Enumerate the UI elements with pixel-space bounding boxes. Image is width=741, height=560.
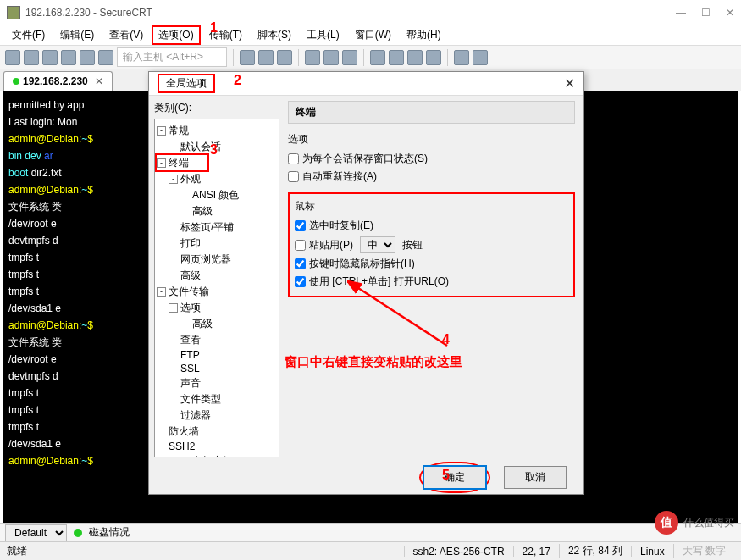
toolbar-icon[interactable]: [61, 50, 76, 65]
tree-item[interactable]: 声音: [157, 375, 277, 391]
tree-item[interactable]: -文件传输: [157, 284, 277, 300]
tree-toggle-icon[interactable]: -: [157, 158, 166, 168]
tree-item[interactable]: -常规: [157, 123, 277, 139]
status-ready: 就绪: [7, 544, 27, 558]
checkbox[interactable]: [295, 220, 306, 231]
global-options-dialog: 全局选项 ✕ 类别(C): -常规默认会话-终端-外观ANSI 颜色高级标签页/…: [148, 71, 584, 495]
menu-item[interactable]: 选项(O): [152, 25, 200, 45]
toolbar-icon[interactable]: [240, 50, 255, 65]
tree-item[interactable]: 网页浏览器: [157, 252, 277, 268]
close-button[interactable]: ✕: [726, 7, 734, 19]
menu-item[interactable]: 工具(L): [300, 25, 346, 45]
statusbar: 就绪 ssh2: AES-256-CTR 22, 17 22 行, 84 列 L…: [0, 541, 741, 560]
tree-item[interactable]: SSH2: [157, 440, 277, 453]
toolbar-icon[interactable]: [426, 50, 441, 65]
category-tree[interactable]: -常规默认会话-终端-外观ANSI 颜色高级标签页/平铺打印网页浏览器高级-文件…: [154, 119, 279, 457]
toolbar-icon[interactable]: [473, 50, 488, 65]
menu-item[interactable]: 帮助(H): [400, 25, 448, 45]
checkbox-row[interactable]: 按键时隐藏鼠标指针(H): [295, 255, 568, 273]
toolbar-icon[interactable]: [305, 50, 320, 65]
disk-status-label[interactable]: 磁盘情况: [89, 525, 130, 540]
tree-toggle-icon[interactable]: -: [157, 126, 166, 136]
tree-item[interactable]: SSL: [157, 362, 277, 375]
menu-item[interactable]: 文件(F): [5, 25, 52, 45]
maximize-button[interactable]: ☐: [701, 7, 711, 19]
tree-item[interactable]: 过滤器: [157, 408, 277, 424]
watermark-logo-icon: 值: [655, 511, 678, 535]
tree-toggle-icon[interactable]: -: [169, 175, 178, 184]
tree-label: FTP: [180, 349, 200, 361]
menu-item[interactable]: 脚本(S): [251, 25, 298, 45]
tree-item[interactable]: 高级: [157, 203, 277, 219]
tree-label: 外观: [180, 172, 201, 186]
checkbox-row[interactable]: 粘贴用(P)中按钮: [295, 235, 568, 255]
toolbar-icon[interactable]: [42, 50, 58, 65]
menu-item[interactable]: 传输(T): [202, 25, 249, 45]
tree-item[interactable]: 标签页/平铺: [157, 219, 277, 236]
checkbox[interactable]: [295, 258, 306, 269]
ok-button[interactable]: 确定: [423, 465, 487, 490]
menu-item[interactable]: 窗口(W): [348, 25, 398, 45]
app-icon: [7, 6, 20, 19]
toolbar-icon[interactable]: [5, 50, 20, 65]
tree-label: ANSI 颜色: [192, 188, 239, 202]
mouse-group: 鼠标选中时复制(E)粘贴用(P)中按钮按键时隐藏鼠标指针(H)使用 [CTRL+…: [288, 192, 575, 297]
checkbox-label: 粘贴用(P): [309, 238, 353, 252]
profile-select[interactable]: Default: [5, 524, 67, 541]
tree-label: 网页浏览器: [180, 252, 231, 267]
status-dot-icon: [13, 78, 19, 85]
cancel-button[interactable]: 取消: [504, 466, 567, 489]
checkbox[interactable]: [288, 171, 299, 182]
toolbar-icon[interactable]: [80, 50, 95, 65]
menu-item[interactable]: 查看(V): [102, 25, 150, 45]
checkbox-row[interactable]: 使用 [CTRL+单击] 打开URL(O): [295, 273, 568, 291]
toolbar-icon[interactable]: [277, 50, 292, 65]
tree-item[interactable]: 文件类型: [157, 391, 277, 408]
tree-label: 标签页/平铺: [180, 220, 234, 235]
checkbox[interactable]: [295, 276, 306, 287]
tree-item[interactable]: 防火墙: [157, 424, 277, 440]
checkbox-row[interactable]: 自动重新连接(A): [288, 168, 575, 186]
toolbar-icon[interactable]: [407, 50, 423, 65]
tree-label: SSH2: [169, 441, 195, 452]
checkbox-row[interactable]: 选中时复制(E): [295, 217, 568, 235]
tree-label: 高级: [180, 269, 201, 283]
tree-item[interactable]: FTP: [157, 348, 277, 362]
tree-item[interactable]: -选项: [157, 300, 277, 316]
tree-item[interactable]: -外观: [157, 171, 277, 187]
tree-toggle-icon[interactable]: -: [169, 303, 178, 313]
tree-item[interactable]: 查看: [157, 332, 277, 348]
checkbox[interactable]: [288, 153, 299, 164]
status-ssh: ssh2: AES-256-CTR: [404, 546, 513, 557]
toolbar-icon[interactable]: [342, 50, 357, 65]
checkbox[interactable]: [295, 240, 306, 251]
toolbar-icon[interactable]: [323, 50, 339, 65]
dialog-close-button[interactable]: ✕: [564, 75, 575, 91]
toolbar-icon[interactable]: [98, 50, 113, 65]
options-group: 选项为每个会话保存窗口状态(S)自动重新连接(A): [288, 132, 575, 186]
toolbar-icon[interactable]: [370, 50, 385, 65]
tree-item[interactable]: SSH 主机密钥: [157, 453, 277, 457]
tab-close-icon[interactable]: ✕: [95, 75, 103, 87]
menu-item[interactable]: 编辑(E): [53, 25, 101, 45]
checkbox-label: 选中时复制(E): [309, 219, 373, 233]
dialog-title: 全局选项: [158, 74, 215, 93]
tree-item[interactable]: 打印: [157, 236, 277, 252]
checkbox-row[interactable]: 为每个会话保存窗口状态(S): [288, 150, 575, 168]
minimize-button[interactable]: —: [676, 7, 686, 19]
tree-toggle-icon[interactable]: -: [157, 287, 166, 297]
paste-button-select[interactable]: 中: [360, 236, 395, 253]
tree-label: 防火墙: [169, 424, 199, 439]
menubar: 文件(F)编辑(E)查看(V)选项(O)传输(T)脚本(S)工具(L)窗口(W)…: [0, 25, 741, 46]
toolbar-icon[interactable]: [258, 50, 274, 65]
toolbar-icon[interactable]: [454, 50, 469, 65]
tree-item[interactable]: 高级: [157, 316, 277, 332]
tree-item[interactable]: 高级: [157, 268, 277, 284]
tree-label: 文件类型: [180, 392, 221, 407]
toolbar-icon[interactable]: [389, 50, 404, 65]
toolbar-icon[interactable]: [24, 50, 39, 65]
session-tab[interactable]: 192.168.2.230 ✕: [3, 71, 113, 91]
host-input[interactable]: 输入主机 <Alt+R>: [117, 47, 227, 67]
tree-item[interactable]: ANSI 颜色: [157, 187, 277, 203]
tab-label: 192.168.2.230: [23, 75, 88, 87]
